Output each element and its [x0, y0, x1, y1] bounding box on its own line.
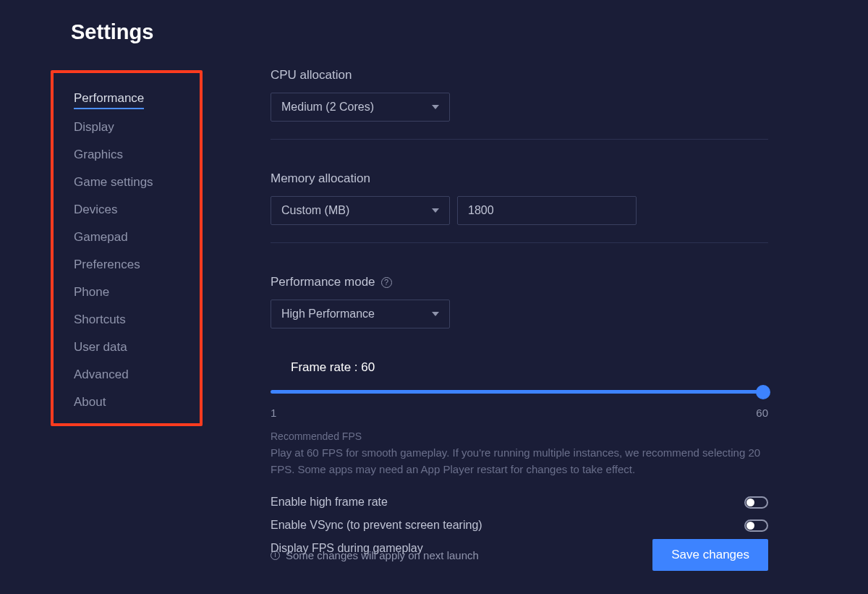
sidebar-item-about[interactable]: About [74, 389, 182, 416]
toggle-high-frame-rate[interactable] [744, 496, 768, 509]
memory-custom-value: 1800 [468, 204, 494, 217]
footer: i Some changes will apply on next launch… [271, 539, 768, 571]
slider-max: 60 [756, 407, 768, 419]
memory-custom-input[interactable]: 1800 [457, 196, 637, 225]
slider-range-labels: 1 60 [271, 407, 768, 419]
memory-label: Memory allocation [271, 171, 768, 186]
sidebar-item-preferences[interactable]: Preferences [74, 251, 182, 279]
footer-note: i Some changes will apply on next launch [271, 549, 479, 561]
cpu-label: CPU allocation [271, 68, 768, 82]
chevron-down-icon [432, 208, 439, 213]
toggle-high-frame-rate-row: Enable high frame rate [271, 491, 768, 514]
sidebar-item-phone[interactable]: Phone [74, 279, 182, 306]
perf-mode-label-text: Performance mode [271, 275, 375, 289]
page-title: Settings [71, 20, 203, 44]
frame-rate-section: Frame rate : 60 1 60 Recommended FPS Pla… [271, 360, 768, 560]
sidebar-item-performance[interactable]: Performance [74, 85, 144, 109]
recommended-fps-title: Recommended FPS [271, 430, 768, 442]
settings-content: CPU allocation Medium (2 Cores) Memory a… [217, 20, 868, 594]
toggle-vsync-row: Enable VSync (to prevent screen tearing) [271, 514, 768, 537]
sidebar-item-game-settings[interactable]: Game settings [74, 169, 182, 196]
toggle-vsync[interactable] [744, 519, 768, 532]
cpu-section: CPU allocation Medium (2 Cores) [271, 68, 768, 140]
sidebar-item-display[interactable]: Display [74, 114, 182, 141]
perf-mode-section: Performance mode ? High Performance [271, 275, 768, 328]
perf-mode-label: Performance mode ? [271, 275, 768, 289]
sidebar-list: Performance Display Graphics Game settin… [51, 70, 203, 426]
chevron-down-icon [432, 105, 439, 109]
settings-window: Settings Performance Display Graphics Ga… [0, 0, 868, 594]
perf-mode-select[interactable]: High Performance [271, 300, 450, 328]
sidebar-item-advanced[interactable]: Advanced [74, 361, 182, 389]
memory-select-value: Custom (MB) [281, 204, 349, 217]
frame-rate-label: Frame rate : 60 [291, 360, 768, 375]
sidebar: Settings Performance Display Graphics Ga… [0, 20, 217, 594]
sidebar-item-shortcuts[interactable]: Shortcuts [74, 306, 182, 334]
perf-mode-row: High Performance [271, 300, 768, 328]
sidebar-item-gamepad[interactable]: Gamepad [74, 224, 182, 251]
recommended-fps-body: Play at 60 FPS for smooth gameplay. If y… [271, 445, 762, 478]
footer-note-text: Some changes will apply on next launch [286, 549, 479, 561]
slider-min: 1 [271, 407, 276, 419]
frame-rate-slider[interactable] [271, 385, 768, 404]
toggle-high-frame-rate-label: Enable high frame rate [271, 496, 388, 509]
sidebar-item-devices[interactable]: Devices [74, 196, 182, 224]
cpu-row: Medium (2 Cores) [271, 93, 768, 140]
memory-row: Custom (MB) 1800 [271, 196, 768, 243]
cpu-select-value: Medium (2 Cores) [281, 101, 374, 114]
slider-track [271, 390, 768, 394]
slider-thumb[interactable] [756, 385, 770, 399]
cpu-select[interactable]: Medium (2 Cores) [271, 93, 450, 122]
help-icon[interactable]: ? [381, 277, 392, 288]
toggle-vsync-label: Enable VSync (to prevent screen tearing) [271, 519, 482, 532]
toggle-knob [746, 498, 754, 506]
chevron-down-icon [432, 312, 439, 316]
memory-select[interactable]: Custom (MB) [271, 196, 450, 225]
info-icon: i [271, 551, 280, 560]
toggle-knob [746, 522, 754, 530]
memory-section: Memory allocation Custom (MB) 1800 [271, 171, 768, 243]
save-changes-button[interactable]: Save changes [652, 539, 768, 571]
perf-mode-select-value: High Performance [281, 307, 375, 321]
sidebar-item-graphics[interactable]: Graphics [74, 141, 182, 169]
sidebar-item-user-data[interactable]: User data [74, 334, 182, 361]
